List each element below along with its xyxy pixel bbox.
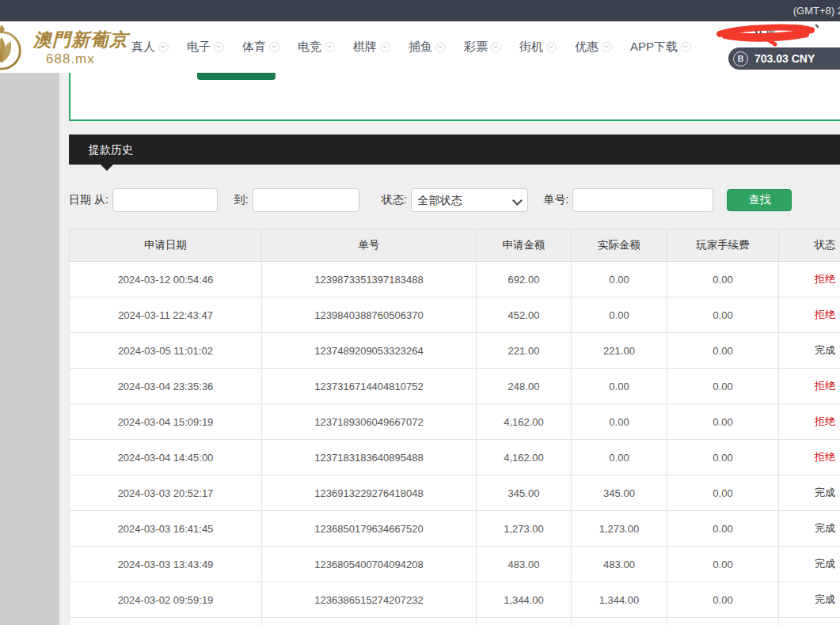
cell-order-number: 1239840388760506370	[262, 297, 477, 333]
table-row: 2024-03-04 15:09:19 1237189306049667072 …	[70, 404, 840, 440]
status-badge: 拒绝	[815, 380, 835, 392]
cell-apply-amount: 452.00	[477, 297, 572, 333]
cell-apply-amount: 345.00	[477, 475, 572, 511]
cell-actual-amount: 0.00	[572, 404, 667, 440]
cell-order-number: 1236805400704094208	[262, 547, 477, 582]
cell-apply-date: 2024-03-03 13:43:49	[70, 547, 262, 582]
cell-player-fee: 0.00	[667, 333, 779, 369]
nav-item[interactable]: 优惠	[575, 40, 612, 55]
cell-actual-amount: 0.00	[572, 440, 667, 475]
nav-item-label: 街机	[519, 40, 543, 55]
cell-player-fee: 0.00	[667, 404, 779, 440]
col-apply-date: 申请日期	[70, 229, 262, 262]
cell-status: 完成	[779, 618, 840, 625]
nav-item[interactable]: 电竞	[298, 40, 335, 55]
cell-actual-amount: 221.00	[572, 333, 667, 369]
cell-status: 完成	[779, 582, 840, 618]
status-badge: 拒绝	[815, 415, 835, 427]
withdraw-form-panel	[69, 73, 840, 121]
cell-player-fee: 0.00	[667, 369, 779, 404]
table-row: 2024-03-03 20:52:17 1236913229276418048 …	[70, 475, 840, 511]
cell-player-fee: 0.00	[667, 582, 779, 618]
filter-bar: 日期 从: 到: 状态: 全部状态 单号: 查找	[69, 188, 840, 212]
nav-item-label: 电竞	[298, 40, 321, 55]
cell-order-number: 1237183183640895488	[262, 440, 477, 475]
nav-item[interactable]: 体育	[242, 40, 279, 55]
submit-button-clipped[interactable]	[197, 73, 276, 80]
order-label: 单号:	[544, 193, 569, 207]
order-input[interactable]	[572, 188, 713, 212]
balance-pill[interactable]: B 703.03 CNY	[728, 47, 840, 70]
status-badge: 拒绝	[815, 273, 835, 285]
circle-chevron-down-icon	[269, 42, 279, 52]
cell-apply-date: 2024-03-04 15:09:19	[70, 404, 262, 440]
cell-order-number: 1236913229276418048	[262, 475, 477, 511]
nav-item-label: 电子	[187, 40, 211, 55]
table-row: 2024-03-05 11:01:02 1237489209053323264 …	[70, 333, 840, 369]
circle-chevron-down-icon	[380, 42, 390, 52]
status-badge: 完成	[815, 487, 835, 498]
nav-item[interactable]: 捕鱼	[409, 40, 446, 55]
col-player-fee: 玩家手续费	[667, 229, 779, 262]
cell-order-number: 1237489209053323264	[262, 333, 477, 369]
nav-item[interactable]: 棋牌	[353, 40, 390, 55]
nav-item-label: 优惠	[575, 40, 599, 55]
cell-apply-amount: 483.00	[477, 547, 572, 582]
nav-item[interactable]: APP下载	[630, 40, 691, 55]
balance-amount: 703.03 CNY	[754, 52, 815, 65]
cell-order-number: 1239873351397183488	[262, 262, 477, 297]
cell-actual-amount: 1,214.00	[572, 618, 667, 625]
date-from-input[interactable]	[112, 188, 218, 212]
cell-actual-amount: 1,273.00	[572, 511, 667, 547]
cell-apply-amount: 4,162.00	[477, 440, 572, 475]
circle-chevron-down-icon	[158, 42, 169, 52]
nav-item[interactable]: 街机	[519, 40, 557, 55]
cell-actual-amount: 345.00	[572, 475, 667, 511]
nav-item[interactable]: 彩票	[464, 40, 501, 55]
cell-order-number: 1236386515274207232	[262, 582, 477, 618]
status-select[interactable]: 全部状态	[411, 188, 528, 212]
cell-apply-amount: 1,344.00	[477, 582, 572, 618]
circle-chevron-down-icon	[214, 42, 224, 52]
table-body: 2024-03-12 00:54:46 1239873351397183488 …	[70, 262, 840, 625]
cell-player-fee: 0.00	[667, 618, 779, 625]
table-row: 2024-03-03 13:43:49 1236805400704094208 …	[70, 547, 840, 582]
cell-player-fee: 0.00	[667, 547, 779, 582]
circle-chevron-down-icon	[491, 42, 501, 52]
cell-status: 拒绝	[779, 369, 840, 404]
cell-player-fee: 0.00	[667, 262, 779, 297]
table-row: 2024-03-02 09:59:19 1236386515274207232 …	[70, 582, 840, 618]
table-header: 申请日期 单号 申请金额 实际金额 玩家手续费 状态	[70, 229, 840, 262]
main-nav: 真人 电子 体育 电竞 棋牌	[131, 21, 691, 73]
cell-player-fee: 0.00	[667, 475, 779, 511]
nav-item[interactable]: 电子	[187, 40, 224, 55]
circle-chevron-down-icon	[681, 42, 691, 52]
circle-chevron-down-icon	[325, 42, 335, 52]
top-bar: (GMT+8) 2	[0, 0, 840, 21]
cell-actual-amount: 0.00	[572, 369, 667, 404]
cell-apply-date: 2024-03-02 09:59:19	[70, 582, 262, 618]
search-button[interactable]: 查找	[727, 189, 792, 211]
nav-item-label: APP下载	[630, 40, 678, 55]
cell-player-fee: 0.00	[667, 511, 779, 547]
date-from-label: 日期 从:	[69, 193, 108, 207]
cell-apply-amount: 221.00	[477, 333, 572, 369]
cell-status: 完成	[779, 547, 840, 582]
table-row: 2024-03-04 23:35:36 1237316714404810752 …	[70, 369, 840, 404]
nav-item-label: 体育	[242, 40, 266, 55]
cell-player-fee: 0.00	[667, 297, 779, 333]
panel-title-bar: 提款历史	[69, 134, 840, 165]
cell-order-number: 1237189306049667072	[262, 404, 477, 440]
nav-item[interactable]: 真人	[131, 40, 169, 55]
cell-apply-amount: 1,214.00	[477, 618, 572, 625]
main-content: 提款历史 日期 从: 到: 状态: 全部状态 单号: 查找	[69, 73, 840, 625]
nav-item-label: 真人	[131, 40, 155, 55]
date-to-input[interactable]	[253, 188, 359, 212]
site-header: 澳門新葡京 688.mx 真人 电子 体育	[0, 21, 840, 73]
cell-apply-date: 2024-03-03 20:52:17	[70, 475, 262, 511]
cell-apply-date: 2024-03-12 00:54:46	[70, 262, 262, 297]
status-badge: 完成	[815, 522, 835, 534]
withdraw-history-table: 申请日期 单号 申请金额 实际金额 玩家手续费 状态 2024-03-12 00…	[69, 229, 840, 625]
cell-actual-amount: 1,344.00	[572, 582, 667, 618]
left-gutter	[0, 73, 59, 625]
